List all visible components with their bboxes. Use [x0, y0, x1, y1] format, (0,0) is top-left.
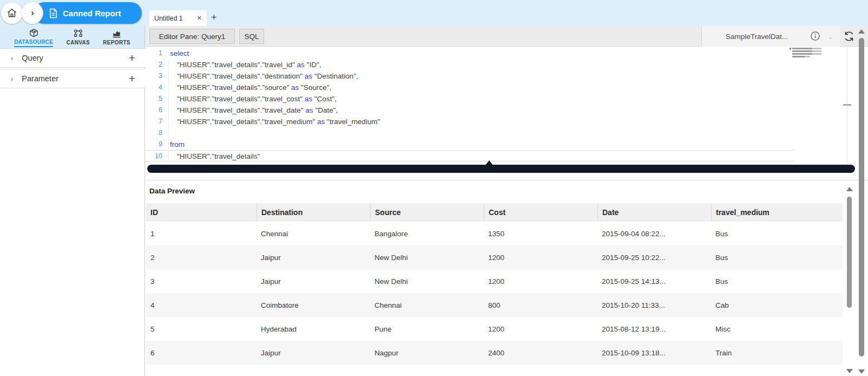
- table-row: 5HyderabadPune12002015-08-12 13:19...Mis…: [146, 317, 843, 341]
- scroll-down-arrow[interactable]: [846, 369, 853, 373]
- table-row: 4CoimbatoreChennai8002015-10-20 11:33...…: [146, 293, 843, 317]
- line-number: 10: [145, 151, 162, 161]
- code-text: select: [162, 48, 189, 59]
- sidebar-item-parameter[interactable]: › Parameter +: [0, 69, 145, 88]
- parameter-label: Parameter: [22, 74, 58, 83]
- table-cell: 800: [484, 293, 597, 317]
- table-cell: Bus: [711, 245, 843, 269]
- table-cell: Coimbatore: [257, 293, 370, 317]
- table-cell: 1: [146, 222, 257, 245]
- table-cell: 1200: [484, 269, 597, 293]
- column-header: travel_medium: [711, 203, 843, 222]
- line-number: 3: [145, 70, 162, 82]
- tab-canvas-label: CANVAS: [67, 40, 90, 47]
- sidebar-item-query[interactable]: › Query +: [0, 48, 145, 68]
- expand-breadcrumb-button[interactable]: ›: [22, 2, 43, 24]
- add-query-button[interactable]: +: [129, 51, 135, 64]
- add-parameter-button[interactable]: +: [129, 72, 135, 85]
- editor-pane-button[interactable]: Editor Pane: Query1: [149, 29, 235, 44]
- code-line: 6"HIUSER"."travel_details"."travel_date"…: [145, 105, 855, 116]
- data-preview-title: Data Preview: [149, 187, 195, 195]
- table-cell: Hyderabad: [257, 317, 370, 341]
- home-button[interactable]: [1, 2, 23, 24]
- code-line: 5"HIUSER"."travel_details"."travel_cost"…: [145, 93, 855, 105]
- table-cell: Bus: [711, 269, 843, 293]
- table-row: 3JaipurNew Delhi12002015-09-25 14:13...B…: [146, 269, 843, 293]
- code-line: 4"HIUSER"."travel_details"."source" as "…: [145, 82, 855, 93]
- table-cell: Jaipur: [257, 341, 370, 365]
- scroll-down-arrow[interactable]: [858, 369, 865, 374]
- page-scrollbar[interactable]: [857, 27, 866, 374]
- table-cell: 2015-09-25 10:22...: [597, 245, 711, 269]
- datasource-select[interactable]: SampleTravelDat... ⌄: [701, 26, 840, 47]
- table-row: 6JaipurNagpur24002015-10-09 13:18...Trai…: [146, 341, 843, 365]
- code-line: 9from: [145, 139, 855, 150]
- table-cell: 1200: [484, 317, 597, 341]
- code-line: 2"HIUSER"."travel_details"."travel_id" a…: [145, 59, 855, 70]
- column-header: ID: [146, 203, 257, 222]
- code-text: "HIUSER"."travel_details"."travel_medium…: [162, 116, 380, 127]
- line-number: 1: [145, 48, 162, 59]
- code-lines: 1select2"HIUSER"."travel_details"."trave…: [145, 48, 855, 161]
- code-line: 3"HIUSER"."travel_details"."destination"…: [145, 70, 855, 82]
- new-tab-button[interactable]: +: [211, 12, 217, 23]
- table-row: 1ChennaiBangalore13502015-09-04 08:22...…: [146, 222, 843, 245]
- table-cell: 1200: [484, 245, 597, 269]
- refresh-icon[interactable]: [843, 30, 855, 42]
- code-line: 8: [145, 127, 855, 139]
- tab-untitled-1[interactable]: Untitled 1 ✕: [149, 10, 207, 26]
- scroll-up-arrow[interactable]: [858, 29, 865, 34]
- data-preview-panel: Data Preview IDDestinationSourceCostDate…: [145, 180, 868, 376]
- close-icon[interactable]: ✕: [197, 15, 202, 22]
- editor-scroll-divider: [847, 47, 847, 165]
- column-header: Source: [370, 203, 484, 222]
- tab-canvas[interactable]: CANVAS: [67, 29, 90, 47]
- table-cell: Nagpur: [370, 341, 484, 365]
- sql-button[interactable]: SQL: [239, 29, 264, 44]
- table-cell: 2400: [484, 341, 597, 365]
- code-text: "HIUSER"."travel_details": [162, 151, 260, 161]
- table-cell: 2015-10-09 13:18...: [597, 341, 711, 365]
- code-text: "HIUSER"."travel_details"."travel_id" as…: [162, 59, 321, 70]
- sql-editor[interactable]: 1select2"HIUSER"."travel_details"."trave…: [145, 47, 855, 165]
- chevron-right-icon: ›: [11, 54, 13, 62]
- line-number: 7: [145, 116, 162, 127]
- tab-reports[interactable]: REPORTS: [103, 29, 130, 47]
- table-cell: 1350: [484, 222, 597, 245]
- tab-reports-label: REPORTS: [103, 40, 130, 47]
- canned-report-label: Canned Report: [63, 9, 121, 18]
- datasource-name: SampleTravelDat...: [726, 33, 788, 41]
- table-cell: Bus: [711, 222, 843, 245]
- tab-datasource[interactable]: DATASOURCE: [14, 28, 53, 47]
- table-cell: 2015-08-12 13:19...: [597, 317, 711, 341]
- canned-report-button[interactable]: Canned Report: [34, 2, 142, 24]
- table-cell: Chennai: [257, 222, 370, 245]
- code-text: "HIUSER"."travel_details"."destination" …: [162, 70, 358, 82]
- preview-scrollbar-thumb[interactable]: [847, 197, 852, 308]
- sidebar: DATASOURCE CANVAS REPORTS › Query + › Pa…: [0, 26, 145, 376]
- scroll-up-arrow[interactable]: [846, 187, 853, 191]
- code-line: 1select: [145, 48, 855, 59]
- table-cell: New Delhi: [370, 269, 484, 293]
- indent-guide: [168, 60, 169, 163]
- table-cell: Train: [711, 341, 843, 365]
- table-cell: Cab: [711, 293, 843, 317]
- document-icon: [49, 8, 58, 18]
- table-cell: Jaipur: [257, 245, 370, 269]
- canvas-icon: [73, 29, 83, 39]
- query-label: Query: [22, 54, 43, 62]
- code-line: 7"HIUSER"."travel_details"."travel_mediu…: [145, 116, 855, 127]
- editor-header: Editor Pane: Query1 SQL SampleTravelDat.…: [145, 26, 868, 47]
- table-cell: 6: [146, 341, 257, 365]
- horizontal-scrollbar[interactable]: [147, 165, 855, 173]
- line-number: 8: [145, 127, 162, 139]
- page-scrollbar-thumb[interactable]: [859, 38, 864, 356]
- code-text: "HIUSER"."travel_details"."travel_cost" …: [162, 93, 337, 105]
- reports-icon: [111, 29, 122, 39]
- code-text: "HIUSER"."travel_details"."travel_date" …: [162, 105, 338, 116]
- editor-scrollbar-thumb[interactable]: [843, 104, 851, 106]
- chevron-right-icon: ›: [11, 75, 13, 83]
- info-icon[interactable]: [810, 31, 820, 41]
- preview-scrollbar[interactable]: [846, 184, 853, 374]
- table-cell: Bangalore: [370, 222, 484, 245]
